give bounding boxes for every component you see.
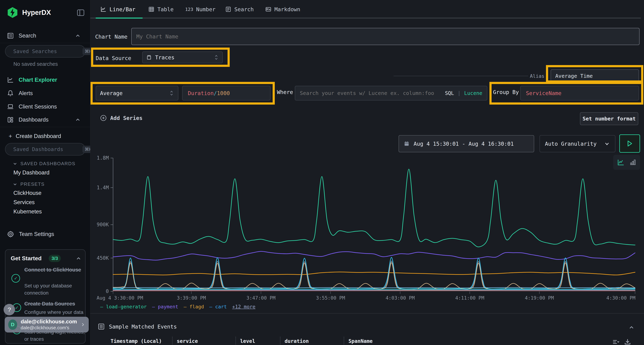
column-separator[interactable] (172, 337, 173, 345)
sidebar-item-services[interactable]: Services (14, 199, 35, 206)
field-token: Duration (188, 90, 214, 96)
set-number-format-button[interactable]: Set number format (580, 112, 638, 125)
search-panel-icon (7, 32, 14, 39)
series-line-payment (113, 251, 635, 260)
where-search-input[interactable] (300, 90, 441, 96)
chart-name-field[interactable] (131, 28, 640, 45)
lucene-mode-toggle[interactable]: Lucene (464, 90, 482, 96)
tab-label: Search (234, 6, 254, 12)
help-button[interactable]: ? (4, 304, 15, 315)
collapse-sidebar-icon[interactable] (76, 8, 85, 17)
no-saved-searches-text: No saved searches (14, 61, 58, 67)
alias-input[interactable] (555, 73, 634, 79)
column-separator[interactable] (344, 337, 344, 345)
chevron-right-icon (80, 322, 85, 327)
saved-dashboards-group[interactable]: SAVED DASHBOARDS (12, 161, 75, 166)
legend-more-link[interactable]: +12 more (232, 304, 256, 310)
calendar-icon (404, 141, 410, 147)
markdown-icon (265, 6, 272, 12)
sidebar-item-client-sessions[interactable]: Client Sessions (0, 101, 90, 112)
y-axis-tick-label: 1.4M (97, 185, 109, 191)
x-axis-tick-label: 4:11:00 PM (455, 295, 484, 301)
column-header-service[interactable]: service (177, 338, 198, 344)
x-axis-tick-label: 4:19:00 PM (525, 295, 554, 301)
legend-item[interactable]: — load-generator (100, 304, 147, 310)
sidebar-item-team-settings[interactable]: Team Settings (0, 228, 90, 240)
get-started-title: Get Started (11, 255, 42, 262)
plus-circle-icon (100, 114, 107, 122)
column-settings-icon[interactable] (612, 338, 619, 345)
legend-item[interactable]: — payment (152, 304, 178, 310)
sidebar-item-label: Client Sessions (18, 103, 57, 110)
saved-dashboards-search[interactable]: ⌘K (5, 143, 86, 156)
sidebar-item-kubernetes[interactable]: Kubernetes (14, 208, 42, 215)
group-by-value: ServiceName (526, 90, 562, 96)
tab-table[interactable]: Table (148, 0, 174, 18)
run-query-button[interactable] (619, 134, 640, 153)
presets-group[interactable]: PRESETS (12, 181, 44, 187)
sidebar-item-alerts[interactable]: Alerts (0, 88, 90, 99)
granularity-select[interactable]: Auto Granularity (540, 135, 616, 152)
chart-name-input[interactable] (136, 33, 634, 40)
series-line-currency (113, 289, 635, 289)
tab-label: Number (196, 6, 216, 12)
legend-item[interactable]: — flagd (184, 304, 204, 310)
download-icon[interactable] (624, 338, 632, 345)
section-search[interactable]: Search (0, 30, 90, 41)
select-updown-icon (214, 54, 219, 60)
sidebar-item-label: Alerts (18, 90, 33, 96)
sidebar-item-chart-explorer[interactable]: Chart Explorer (0, 74, 90, 86)
group-by-field[interactable]: ServiceName (520, 86, 639, 100)
tab-line-bar[interactable]: Line/Bar (100, 0, 136, 18)
series-line-flagd (113, 272, 635, 275)
field-token: / (214, 90, 217, 96)
aggregation-value: Average (100, 90, 169, 96)
data-source-select[interactable]: Traces (142, 51, 223, 63)
where-search-field[interactable]: SQL | Lucene (295, 86, 487, 100)
presets-header: PRESETS (20, 181, 44, 187)
create-dashboard-button[interactable]: + Create Dashboard (8, 133, 61, 140)
tab-search[interactable]: Search (225, 0, 254, 18)
x-axis-tick-label: Aug 4 3:30:00 PM (96, 295, 143, 301)
get-started-item-title[interactable]: Create Data Sources (24, 301, 85, 307)
column-header-spanname[interactable]: SpanName (348, 338, 373, 344)
add-series-button[interactable]: Add Series (100, 114, 142, 122)
column-header-level[interactable]: level (240, 338, 255, 344)
aggregation-select[interactable]: Average (96, 86, 178, 100)
x-axis-tick-label: 3:47:00 PM (246, 295, 276, 301)
chevron-up-icon (75, 117, 81, 123)
sidebar-item-dashboards[interactable]: Dashboards (0, 114, 90, 125)
sidebar-item-clickhouse[interactable]: ClickHouse (14, 190, 42, 196)
hyperdx-logo-icon (7, 7, 18, 18)
column-separator[interactable] (236, 337, 236, 345)
sidebar-item-my-dashboard[interactable]: My Dashboard (14, 169, 50, 176)
sample-events-header[interactable]: Sample Matched Events (98, 323, 177, 330)
legend-item[interactable]: — cart (209, 304, 227, 310)
column-header-timestamp[interactable]: Timestamp (Local) (110, 338, 162, 344)
field-expression-input[interactable]: Duration/1000 (182, 86, 270, 100)
gear-icon (7, 230, 14, 238)
time-range-picker[interactable]: Aug 4 15:30:01 - Aug 4 16:30:01 (398, 135, 534, 152)
sidebar-item-label: Team Settings (19, 231, 54, 237)
saved-searches-input[interactable] (13, 48, 79, 54)
saved-dashboards-input[interactable] (13, 146, 79, 152)
tab-markdown[interactable]: Markdown (265, 0, 300, 18)
x-axis-tick-label: 4:30:00 PM (606, 295, 636, 301)
chevron-down-icon (604, 141, 610, 147)
logo[interactable]: HyperDX (7, 7, 51, 18)
group-by-label: Group By (493, 89, 519, 95)
timeseries-chart[interactable]: 0450K900K1.4M1.8MAug 4 3:30:00 PM3:39:00… (96, 153, 640, 302)
tab-number[interactable]: 123 Number (185, 0, 216, 18)
collapse-section-icon[interactable] (628, 324, 635, 331)
column-header-duration[interactable]: duration (284, 338, 309, 344)
get-started-item-title[interactable]: Connect to ClickHouse (24, 266, 82, 273)
x-axis-tick-label: 3:39:00 PM (177, 295, 206, 301)
time-range-value: Aug 4 15:30:01 - Aug 4 16:30:01 (414, 141, 514, 147)
sql-mode-toggle[interactable]: SQL (445, 90, 454, 96)
chevron-up-icon[interactable] (76, 256, 82, 262)
saved-searches-search[interactable]: ⌘K (5, 45, 86, 57)
column-separator[interactable] (280, 337, 280, 345)
chart-legend: — load-generator— payment— flagd— cart+1… (100, 304, 256, 310)
user-menu[interactable]: D dale@clickhouse.com dale@clickhouse.co… (5, 317, 89, 333)
alias-field[interactable] (550, 69, 639, 83)
